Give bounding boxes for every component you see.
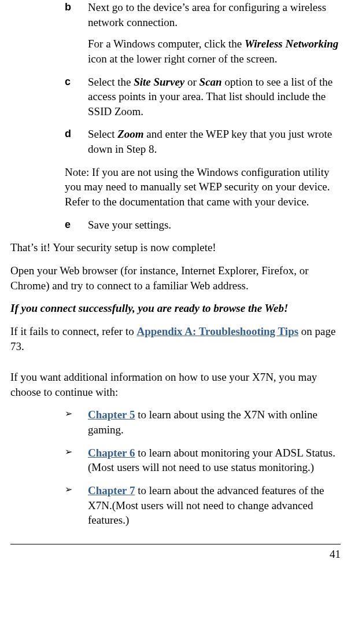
step-c-label: c [65,75,88,119]
chapter-link[interactable]: Chapter 5 [88,409,135,421]
step-b-text2-a: For a Windows computer, click the [88,38,245,50]
step-b-text2: For a Windows computer, click the Wirele… [88,36,341,66]
step-b: b Next go to the device’s area for confi… [65,0,341,67]
open-browser-text: Open your Web browser (for instance, Int… [10,263,341,293]
bullet-arrow-icon: ➢ [65,407,88,437]
bullet-item: ➢Chapter 7 to learn about the advanced f… [65,483,341,528]
step-e-body: Save your settings. [88,218,341,233]
bullet-body: Chapter 7 to learn about the advanced fe… [88,483,341,528]
step-c: c Select the Site Survey or Scan option … [65,75,341,119]
bullet-body: Chapter 6 to learn about monitoring your… [88,446,341,475]
step-b-label: b [65,0,88,67]
step-d-label: d [65,127,88,156]
fail-text: If it fails to connect, refer to Appendi… [10,324,341,354]
bullet-arrow-icon: ➢ [65,446,88,475]
page-number: 41 [10,547,341,565]
step-b-text2-b: icon at the lower right corner of the sc… [88,53,278,65]
bullet-body: Chapter 5 to learn about using the X7N w… [88,407,341,437]
complete-text: That’s it! Your security setup is now co… [10,240,341,255]
step-c-t1: Select the [88,76,134,88]
bullet-arrow-icon: ➢ [65,483,88,528]
step-c-t2: or [184,76,199,88]
note: Note: If you are not using the Windows c… [65,165,341,209]
more-info-text: If you want additional information on ho… [10,370,341,399]
step-c-body: Select the Site Survey or Scan option to… [88,75,341,119]
bullet-item: ➢Chapter 5 to learn about using the X7N … [65,407,341,437]
step-b-text2-bold: Wireless Networking [245,38,338,50]
chapter-link[interactable]: Chapter 7 [88,484,135,496]
step-b-body: Next go to the device’s area for configu… [88,0,341,67]
footer-rule [10,544,341,544]
step-e: e Save your settings. [65,218,341,233]
step-d-t1: Select [88,128,117,140]
step-c-b2: Scan [199,76,222,88]
fail-a: If it fails to connect, refer to [10,325,136,337]
step-c-b1: Site Survey [134,76,184,88]
step-d-body: Select Zoom and enter the WEP key that y… [88,127,341,156]
step-d: d Select Zoom and enter the WEP key that… [65,127,341,156]
bullet-item: ➢Chapter 6 to learn about monitoring you… [65,446,341,475]
success-text: If you connect successfully, you are rea… [10,301,341,316]
chapter-link[interactable]: Chapter 6 [88,447,135,459]
appendix-link[interactable]: Appendix A: Troubleshooting Tips [136,325,298,337]
step-b-text1: Next go to the device’s area for configu… [88,0,341,30]
step-d-b1: Zoom [117,128,143,140]
step-e-label: e [65,218,88,233]
